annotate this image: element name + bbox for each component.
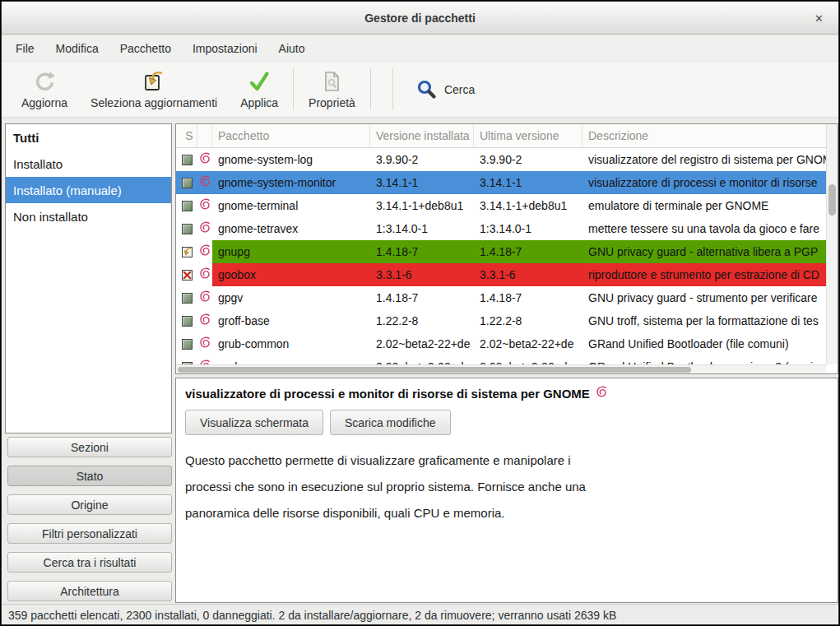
cell-package: gpgv [212, 286, 370, 309]
menu-file[interactable]: File [5, 42, 45, 55]
table-row-gnome-system-monitor[interactable]: gnome-system-monitor3.14.1-13.14.1-1visu… [176, 171, 826, 194]
status-installed-icon[interactable] [182, 224, 193, 234]
debian-swirl-icon [199, 221, 211, 236]
status-installed-icon[interactable] [182, 201, 193, 211]
search-button[interactable]: Cerca [408, 62, 483, 117]
cell-package: gnome-system-log [212, 148, 370, 171]
cell-description: GNU troff, sistema per la formattazione … [582, 309, 826, 332]
statusbar: 359 pacchetti elencati, 2300 installati,… [2, 604, 838, 625]
refresh-button[interactable]: Aggiorna [10, 62, 79, 117]
apply-label: Applica [240, 96, 278, 109]
toolbar-separator [293, 68, 294, 110]
filter-item-non-installato[interactable]: Non installato [6, 203, 171, 230]
column-header-package[interactable]: Pacchetto [212, 124, 370, 147]
horizontal-scrollbar-thumb[interactable] [178, 367, 691, 373]
cell-description: riproduttore e strumento per estrazione … [582, 263, 826, 286]
status-installed-icon[interactable] [182, 316, 193, 327]
cell-latest-version: 1.4.18-7 [474, 286, 582, 309]
debian-swirl-icon [199, 336, 211, 351]
mark-all-upgrades-button[interactable]: Seleziona aggiornamenti [79, 62, 229, 117]
filter-item-tutti[interactable]: Tutti [6, 124, 171, 151]
column-header-status[interactable]: S [176, 124, 197, 147]
debian-swirl-icon [596, 386, 608, 401]
table-row-grub-pc[interactable]: grub-pc2.02~beta2-22+de2.02~beta2-22+deG… [176, 355, 826, 364]
cell-installed-version: 1:3.14.0-1 [370, 217, 474, 240]
debian-swirl-icon [199, 290, 211, 305]
window-title: Gestore di pacchetti [364, 12, 476, 25]
synaptic-window: Gestore di pacchetti ✕ File Modifica Pac… [1, 1, 839, 625]
debian-swirl-icon [199, 198, 211, 213]
close-icon[interactable]: ✕ [811, 11, 827, 26]
horizontal-scrollbar[interactable] [176, 364, 826, 373]
table-row-gpgv[interactable]: gpgv1.4.18-71.4.18-7GNU privacy guard - … [176, 286, 826, 309]
details-title: visualizzatore di processi e monitor di … [185, 387, 590, 401]
cell-package: gnome-system-monitor [212, 171, 370, 194]
cell-package: groff-base [212, 309, 370, 332]
status-installed-icon[interactable] [182, 339, 193, 350]
apply-button[interactable]: Applica [229, 62, 290, 117]
debian-swirl-icon [199, 313, 211, 328]
cell-package: grub-pc [212, 355, 370, 364]
properties-button[interactable]: Proprietà [297, 62, 367, 117]
menu-aiuto[interactable]: Aiuto [268, 42, 316, 55]
table-row-gnome-tetravex[interactable]: gnome-tetravex1:3.14.0-11:3.14.0-1metter… [176, 217, 826, 240]
sections-button[interactable]: Sezioni [7, 437, 172, 457]
status-button[interactable]: Stato [7, 466, 172, 486]
cell-latest-version: 2.02~beta2-22+de [474, 355, 582, 364]
status-marked-remove-icon[interactable] [182, 270, 193, 281]
cell-installed-version: 2.02~beta2-22+de [370, 355, 474, 364]
get-changelog-button[interactable]: Scarica modifiche [330, 410, 451, 435]
menu-modifica[interactable]: Modifica [45, 42, 109, 55]
debian-swirl-icon [199, 152, 211, 167]
get-screenshot-button[interactable]: Visualizza schermata [185, 410, 323, 435]
column-header-installed-version[interactable]: Versione installata [370, 124, 474, 147]
mark-upgrades-icon [142, 70, 165, 93]
status-marked-upgrade-icon[interactable] [182, 247, 193, 257]
cell-description: GRand Unified Bootloader (file comuni) [582, 332, 826, 355]
architecture-button[interactable]: Architettura [7, 581, 172, 601]
column-header-origin[interactable] [197, 124, 212, 147]
cell-description: mettere tessere su una tavola da gioco e… [582, 217, 826, 240]
cell-package: grub-common [212, 332, 370, 355]
column-header-description[interactable]: Descrizione [582, 124, 826, 147]
cell-latest-version: 3.14.1-1 [474, 171, 582, 194]
search-icon [416, 79, 437, 100]
vertical-scrollbar-thumb[interactable] [828, 184, 836, 216]
details-description: Questo pacchetto permette di visualizzar… [185, 447, 828, 526]
cell-installed-version: 3.14.1-1+deb8u1 [370, 194, 474, 217]
filter-list: Tutti Installato Installato (manuale) No… [5, 123, 172, 434]
cell-description: visualizzatore del registro di sistema p… [582, 148, 826, 171]
table-row-gnome-system-log[interactable]: gnome-system-log3.9.90-23.9.90-2visualiz… [176, 148, 826, 171]
statusbar-text: 359 pacchetti elencati, 2300 installati,… [8, 609, 616, 622]
cell-latest-version: 3.3.1-6 [474, 263, 582, 286]
table-header: S Pacchetto Versione installata Ultima v… [176, 124, 826, 148]
cell-installed-version: 1.4.18-7 [370, 286, 474, 309]
search-results-button[interactable]: Cerca tra i risultati [7, 552, 172, 573]
table-row-gnupg[interactable]: gnupg1.4.18-71.4.18-7GNU privacy guard -… [176, 240, 826, 263]
filter-item-installato-manuale[interactable]: Installato (manuale) [6, 177, 171, 203]
table-row-gnome-terminal[interactable]: gnome-terminal3.14.1-1+deb8u13.14.1-1+de… [176, 194, 826, 217]
cell-latest-version: 3.14.1-1+deb8u1 [474, 194, 582, 217]
cell-installed-version: 3.14.1-1 [370, 171, 474, 194]
origin-button[interactable]: Origine [7, 494, 172, 515]
table-row-groff-base[interactable]: groff-base1.22.2-81.22.2-8GNU troff, sis… [176, 309, 826, 332]
custom-filters-button[interactable]: Filtri personalizzati [7, 523, 172, 544]
filter-item-installato[interactable]: Installato [6, 151, 171, 177]
table-row-grub-common[interactable]: grub-common2.02~beta2-22+de2.02~beta2-22… [176, 332, 826, 355]
titlebar[interactable]: Gestore di pacchetti ✕ [2, 2, 838, 35]
vertical-scrollbar[interactable] [826, 124, 838, 364]
status-installed-icon[interactable] [182, 178, 193, 188]
status-installed-icon[interactable] [182, 293, 193, 304]
table-row-goobox[interactable]: goobox3.3.1-63.3.1-6riproduttore e strum… [176, 263, 826, 286]
refresh-icon [33, 70, 56, 93]
cell-package: gnome-terminal [212, 194, 370, 217]
details-panel: visualizzatore di processi e monitor di … [175, 378, 838, 603]
debian-swirl-icon [199, 175, 211, 190]
package-table: S Pacchetto Versione installata Ultima v… [175, 123, 838, 374]
cell-description: emulatore di terminale per GNOME [582, 194, 826, 217]
menu-pacchetto[interactable]: Pacchetto [109, 42, 182, 55]
menu-impostazioni[interactable]: Impostazioni [182, 42, 268, 55]
column-header-latest-version[interactable]: Ultima versione [474, 124, 582, 147]
status-installed-icon[interactable] [182, 155, 193, 165]
refresh-label: Aggiorna [21, 96, 67, 109]
